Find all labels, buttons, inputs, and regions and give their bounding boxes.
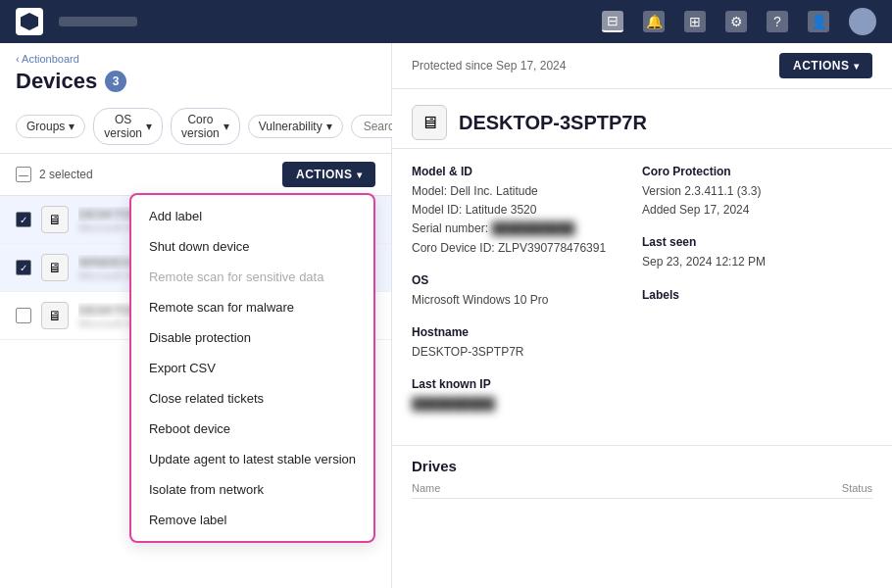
question-icon[interactable]: ? bbox=[767, 11, 788, 32]
vulnerability-filter[interactable]: Vulnerability ▾ bbox=[248, 115, 343, 138]
org-name bbox=[59, 17, 137, 26]
dropdown-item-add-label[interactable]: Add label bbox=[131, 201, 373, 231]
user-icon[interactable]: 👤 bbox=[808, 11, 829, 32]
nav-icons: ⊟ 🔔 ⊞ ⚙ ? 👤 bbox=[602, 8, 876, 35]
protected-since: Protected since Sep 17, 2024 bbox=[412, 59, 566, 73]
monitor-icon[interactable]: ⊟ bbox=[602, 11, 623, 32]
coro-protection-label: Coro Protection bbox=[642, 165, 872, 178]
device-detail-name: DESKTOP-3SPTP7R bbox=[459, 112, 647, 134]
filter-bar: Groups ▾ OS version ▾ Coro version ▾ Vul… bbox=[0, 100, 391, 154]
drives-table-header: Name Status bbox=[412, 482, 872, 499]
drives-section: Drives Name Status bbox=[392, 445, 892, 514]
groups-filter[interactable]: Groups ▾ bbox=[16, 115, 85, 138]
hostname-label: Hostname bbox=[412, 325, 642, 339]
selected-count: — 2 selected bbox=[16, 167, 93, 182]
right-panel: Protected since Sep 17, 2024 ACTIONS ▾ 🖥… bbox=[392, 43, 892, 588]
caret-icon: ▾ bbox=[357, 170, 363, 180]
device-checkbox-3[interactable] bbox=[16, 308, 31, 323]
chevron-down-icon: ▾ bbox=[223, 120, 229, 133]
hostname-section: Hostname DESKTOP-3SPTP7R bbox=[412, 325, 642, 377]
os-version-filter[interactable]: OS version ▾ bbox=[93, 108, 163, 145]
page-title-row: Devices 3 bbox=[16, 69, 375, 94]
dropdown-item-isolate[interactable]: Isolate from network bbox=[131, 474, 373, 505]
detail-actions-button[interactable]: ACTIONS ▾ bbox=[779, 53, 872, 78]
app-logo[interactable] bbox=[16, 8, 43, 35]
bell-icon[interactable]: 🔔 bbox=[643, 11, 665, 32]
dropdown-item-remote-scan-malware[interactable]: Remote scan for malware bbox=[131, 292, 373, 322]
logo-icon bbox=[21, 13, 38, 30]
device-detail-icon: 🖥 bbox=[412, 105, 447, 140]
serial-number-label: Serial number: ██████████ bbox=[412, 220, 642, 238]
os-label: OS bbox=[412, 273, 642, 287]
detail-caret-icon: ▾ bbox=[854, 61, 860, 72]
page-title: Devices bbox=[16, 69, 97, 94]
labels-section: Labels bbox=[642, 288, 872, 321]
actions-dropdown: Add label Shut down device Remote scan f… bbox=[129, 193, 375, 543]
coro-version-filter[interactable]: Coro version ▾ bbox=[171, 108, 240, 145]
device-icon-2: 🖥 bbox=[41, 254, 69, 281]
grid-icon[interactable]: ⊞ bbox=[684, 11, 706, 32]
page-content: ‹ Actionboard Devices 3 Groups ▾ OS vers… bbox=[0, 43, 892, 588]
dropdown-item-remove-label[interactable]: Remove label bbox=[131, 505, 373, 535]
labels-label: Labels bbox=[642, 288, 872, 302]
model-value: Model: Dell Inc. Latitude bbox=[412, 182, 642, 201]
dropdown-item-update-agent[interactable]: Update agent to latest stable version bbox=[131, 444, 373, 474]
device-count-badge: 3 bbox=[105, 71, 126, 92]
added-value: Added Sep 17, 2024 bbox=[642, 201, 872, 220]
device-icon-3: 🖥 bbox=[41, 302, 69, 329]
list-toolbar: — 2 selected ACTIONS ▾ Add label Shut do… bbox=[0, 154, 391, 196]
model-id-value: Model ID: Latitude 3520 bbox=[412, 201, 642, 220]
device-checkbox-1[interactable]: ✓ bbox=[16, 212, 31, 227]
device-checkbox-2[interactable]: ✓ bbox=[16, 260, 31, 275]
device-detail-header: 🖥 DESKTOP-3SPTP7R bbox=[392, 89, 892, 149]
last-known-ip-label: Last known IP bbox=[412, 377, 642, 391]
os-value: Microsoft Windows 10 Pro bbox=[412, 291, 642, 310]
dropdown-item-remote-scan-sensitive: Remote scan for sensitive data bbox=[131, 262, 373, 292]
drives-status-col: Status bbox=[842, 482, 872, 494]
chevron-down-icon: ▾ bbox=[326, 120, 332, 133]
last-known-ip-section: Last known IP ██████████ bbox=[412, 377, 642, 429]
coro-protection-section: Coro Protection Version 2.3.411.1 (3.3) … bbox=[642, 165, 872, 235]
drives-name-col: Name bbox=[412, 482, 440, 494]
detail-grid: Model & ID Model: Dell Inc. Latitude Mod… bbox=[392, 149, 892, 445]
chevron-down-icon: ▾ bbox=[146, 120, 152, 133]
avatar[interactable] bbox=[849, 8, 876, 35]
breadcrumb[interactable]: ‹ Actionboard bbox=[16, 53, 375, 65]
actions-button[interactable]: ACTIONS ▾ bbox=[282, 162, 375, 187]
coro-version-value: Version 2.3.411.1 (3.3) bbox=[642, 182, 872, 201]
device-icon-1: 🖥 bbox=[41, 206, 69, 233]
model-id-section: Model & ID Model: Dell Inc. Latitude Mod… bbox=[412, 165, 642, 273]
right-toolbar: Protected since Sep 17, 2024 ACTIONS ▾ bbox=[392, 43, 892, 89]
model-id-label: Model & ID bbox=[412, 165, 642, 178]
last-seen-section: Last seen Sep 23, 2024 12:12 PM bbox=[642, 235, 872, 287]
dropdown-item-reboot[interactable]: Reboot device bbox=[131, 414, 373, 444]
left-panel: ‹ Actionboard Devices 3 Groups ▾ OS vers… bbox=[0, 43, 392, 588]
dropdown-item-close-tickets[interactable]: Close related tickets bbox=[131, 383, 373, 414]
select-all-checkbox[interactable]: — bbox=[16, 167, 31, 182]
coro-device-id-value: Coro Device ID: ZLPV390778476391 bbox=[412, 239, 642, 258]
drives-title: Drives bbox=[412, 446, 872, 482]
last-known-ip-value: ██████████ bbox=[412, 395, 642, 414]
dropdown-item-export-csv[interactable]: Export CSV bbox=[131, 353, 373, 383]
last-seen-label: Last seen bbox=[642, 235, 872, 249]
hostname-value: DESKTOP-3SPTP7R bbox=[412, 343, 642, 362]
last-seen-value: Sep 23, 2024 12:12 PM bbox=[642, 253, 872, 271]
page-header: ‹ Actionboard Devices 3 bbox=[0, 43, 391, 100]
chevron-down-icon: ▾ bbox=[69, 120, 74, 133]
os-section: OS Microsoft Windows 10 Pro bbox=[412, 273, 642, 325]
top-nav: ⊟ 🔔 ⊞ ⚙ ? 👤 bbox=[0, 0, 892, 43]
settings-icon[interactable]: ⚙ bbox=[725, 11, 747, 32]
dropdown-item-disable-protection[interactable]: Disable protection bbox=[131, 322, 373, 353]
dropdown-item-shutdown[interactable]: Shut down device bbox=[131, 231, 373, 262]
